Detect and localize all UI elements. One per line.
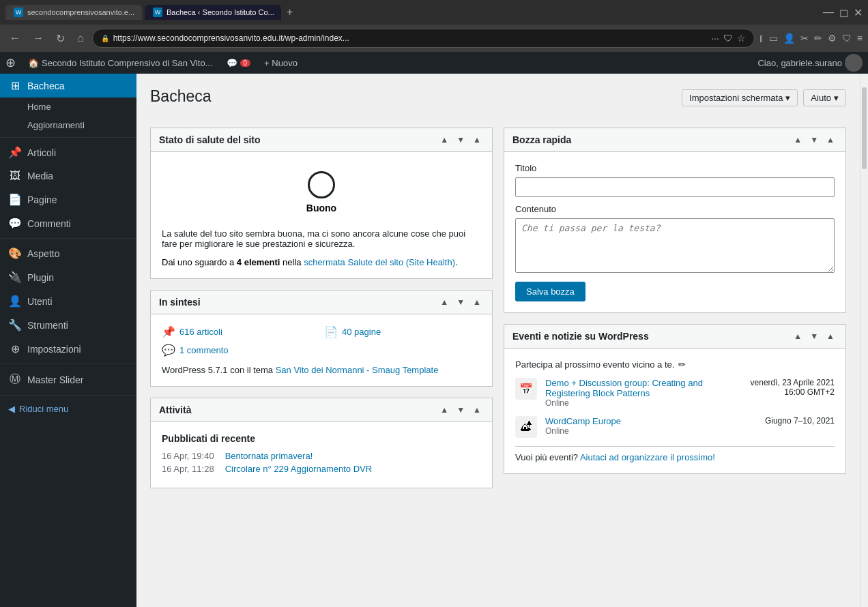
events-body: Partecipa al prossimo evento vicino a te… xyxy=(504,349,845,473)
sintesi-pages-link[interactable]: 📄 40 pagine xyxy=(324,325,481,338)
attivita-row-2: 16 Apr, 11:28 Circolare n° 229 Aggiornam… xyxy=(162,464,481,474)
screen-options-button[interactable]: Impostazioni schermata ▾ xyxy=(682,89,798,106)
attivita-collapse-btn[interactable]: ▲ xyxy=(470,404,484,416)
bookmark-icon[interactable]: 🛡 xyxy=(723,33,733,44)
sidebar-item-articoli[interactable]: 📌 Articoli xyxy=(0,140,136,164)
admin-bar-new[interactable]: + Nuovo xyxy=(257,52,304,74)
attivita-up-btn[interactable]: ▲ xyxy=(437,404,451,416)
sidebar-sub-home[interactable]: Home xyxy=(0,98,136,116)
sidebar-item-commenti[interactable]: 💬 Commenti xyxy=(0,211,136,235)
appearance-icon: 🎨 xyxy=(8,247,22,260)
tab2-icon: W xyxy=(153,8,162,17)
more-icon[interactable]: ··· xyxy=(711,33,719,44)
screen-options-bar: Impostazioni schermata ▾ Aiuto ▾ xyxy=(682,89,846,106)
attivita-link-1[interactable]: Bentornata primavera! xyxy=(225,451,313,461)
reader-mode-icon[interactable]: ▭ xyxy=(769,33,778,44)
scrollbar-thumb[interactable] xyxy=(862,87,867,169)
tab1-icon: W xyxy=(14,8,23,17)
attivita-date-1: 16 Apr, 19:40 xyxy=(162,451,214,461)
bozza-down-btn[interactable]: ▼ xyxy=(807,134,821,146)
bozza-title-input[interactable] xyxy=(515,177,835,197)
browser-tab-2[interactable]: W Bacheca ‹ Secondo Istituto Co... ✕ xyxy=(145,5,281,20)
user-greeting[interactable]: Ciao, gabriele.surano xyxy=(757,58,842,68)
minimize-icon[interactable]: — xyxy=(823,6,834,18)
sintesi-down-btn[interactable]: ▼ xyxy=(454,296,467,308)
wp-logo-icon[interactable]: ⊕ xyxy=(5,55,16,70)
health-circle xyxy=(308,171,335,198)
sidebar-commenti-label: Commenti xyxy=(27,218,71,229)
sidebar-sub-updates[interactable]: Aggiornamenti xyxy=(0,116,136,134)
attivita-down-btn[interactable]: ▼ xyxy=(454,404,467,416)
site-health-up-btn[interactable]: ▲ xyxy=(437,134,451,146)
reading-list-icon[interactable]: ⫿ xyxy=(759,33,764,44)
sidebar-item-utenti[interactable]: 👤 Utenti xyxy=(0,289,136,313)
event2-link[interactable]: WordCamp Europe xyxy=(545,416,621,426)
bozza-save-button[interactable]: Salva bozza xyxy=(515,282,585,301)
bozza-title: Bozza rapida xyxy=(512,134,571,145)
pages-icon: 📄 xyxy=(8,193,22,206)
sidebar-item-aspetto[interactable]: 🎨 Aspetto xyxy=(0,241,136,265)
attivita-link-2[interactable]: Circolare n° 229 Aggiornamento DVR xyxy=(225,464,372,474)
sintesi-widget: In sintesi ▲ ▼ ▲ 📌 616 articoli xyxy=(150,290,493,387)
health-label: Buono xyxy=(306,203,336,213)
maximize-icon[interactable]: ◻ xyxy=(839,6,848,19)
bozza-content-textarea[interactable] xyxy=(515,218,835,273)
help-button[interactable]: Aiuto ▾ xyxy=(803,89,846,106)
sintesi-articles-link[interactable]: 📌 616 articoli xyxy=(162,325,319,338)
sintesi-collapse-btn[interactable]: ▲ xyxy=(470,296,484,308)
site-health-widget: Stato di salute del sito ▲ ▼ ▲ Buono La … xyxy=(150,128,493,279)
browser-tab-1[interactable]: W secondocomprensivosanvito.e... xyxy=(5,5,142,20)
dashboard-grid: Stato di salute del sito ▲ ▼ ▲ Buono La … xyxy=(150,128,846,488)
sidebar-item-media[interactable]: 🖼 Media xyxy=(0,164,136,188)
sidebar-item-pagine[interactable]: 📄 Pagine xyxy=(0,188,136,211)
sidebar-utenti-label: Utenti xyxy=(27,296,53,307)
reload-button[interactable]: ↻ xyxy=(52,31,69,46)
sintesi-theme-link[interactable]: San Vito dei Normanni - Smaug Template xyxy=(276,365,439,375)
close-window-icon[interactable]: ✕ xyxy=(854,6,863,19)
sintesi-up-btn[interactable]: ▲ xyxy=(437,296,451,308)
back-button[interactable]: ← xyxy=(5,31,25,46)
shield-icon[interactable]: 🛡 xyxy=(842,33,852,44)
admin-bar-comments[interactable]: 💬 0 xyxy=(220,52,258,74)
forward-button[interactable]: → xyxy=(29,31,48,46)
sintesi-body: 📌 616 articoli 📄 40 pagine 💬 1 commento xyxy=(151,314,492,386)
events-collapse-btn[interactable]: ▲ xyxy=(824,330,837,342)
user-avatar[interactable] xyxy=(845,54,863,72)
events-footer-link[interactable]: Aiutaci ad organizzare il prossimo! xyxy=(580,452,715,462)
bozza-collapse-btn[interactable]: ▲ xyxy=(824,134,837,146)
profile-icon[interactable]: 👤 xyxy=(783,33,795,44)
wp-admin-bar: ⊕ 🏠 Secondo Istituto Comprensivo di San … xyxy=(0,52,868,74)
events-intro: Partecipa al prossimo evento vicino a te… xyxy=(515,359,835,370)
devtools-icon[interactable]: ✏ xyxy=(814,33,822,44)
scrollbar[interactable] xyxy=(860,74,868,607)
extensions-icon[interactable]: ✂ xyxy=(800,33,809,44)
event1-link[interactable]: Demo + Discussion group: Creating and Re… xyxy=(545,378,703,398)
articles-icon: 📌 xyxy=(8,146,22,159)
home-button[interactable]: ⌂ xyxy=(73,31,88,46)
star-icon[interactable]: ☆ xyxy=(737,33,746,44)
edit-icon[interactable]: ✏ xyxy=(678,359,686,370)
menu-icon[interactable]: ≡ xyxy=(857,33,863,44)
sidebar-divider-2 xyxy=(0,238,136,239)
sidebar-item-master-slider[interactable]: Ⓜ Master Slider xyxy=(0,367,136,392)
new-tab-button[interactable]: + xyxy=(284,6,295,18)
events-footer-prefix: Vuoi più eventi? xyxy=(515,452,580,462)
sidebar-item-plugin[interactable]: 🔌 Plugin xyxy=(0,265,136,289)
sidebar-item-strumenti[interactable]: 🔧 Strumenti xyxy=(0,313,136,337)
site-health-down-btn[interactable]: ▼ xyxy=(454,134,467,146)
sintesi-comments-link[interactable]: 💬 1 commento xyxy=(162,344,319,357)
health-link[interactable]: schermata Salute del sito (Site Health) xyxy=(304,257,455,267)
sidebar-item-impostazioni[interactable]: ⊕ Impostazioni xyxy=(0,337,136,361)
settings-icon[interactable]: ⚙ xyxy=(828,33,837,44)
sidebar-reduce-menu[interactable]: ◀ Riduci menu xyxy=(0,398,136,419)
browser-toolbar-right: ⫿ ▭ 👤 ✂ ✏ ⚙ 🛡 ≡ xyxy=(759,33,863,44)
admin-bar-site[interactable]: 🏠 Secondo Istituto Comprensivo di San Vi… xyxy=(21,52,220,74)
sidebar-item-bacheca[interactable]: ⊞ Bacheca xyxy=(0,74,136,98)
events-up-btn[interactable]: ▲ xyxy=(791,330,805,342)
sidebar-bacheca-label: Bacheca xyxy=(27,80,64,91)
event-row-1: 📅 Demo + Discussion group: Creating and … xyxy=(515,378,835,408)
events-down-btn[interactable]: ▼ xyxy=(807,330,821,342)
site-health-collapse-btn[interactable]: ▲ xyxy=(470,134,484,146)
address-bar[interactable]: 🔒 https://www.secondocomprensivosanvito.… xyxy=(92,29,755,48)
bozza-up-btn[interactable]: ▲ xyxy=(791,134,805,146)
